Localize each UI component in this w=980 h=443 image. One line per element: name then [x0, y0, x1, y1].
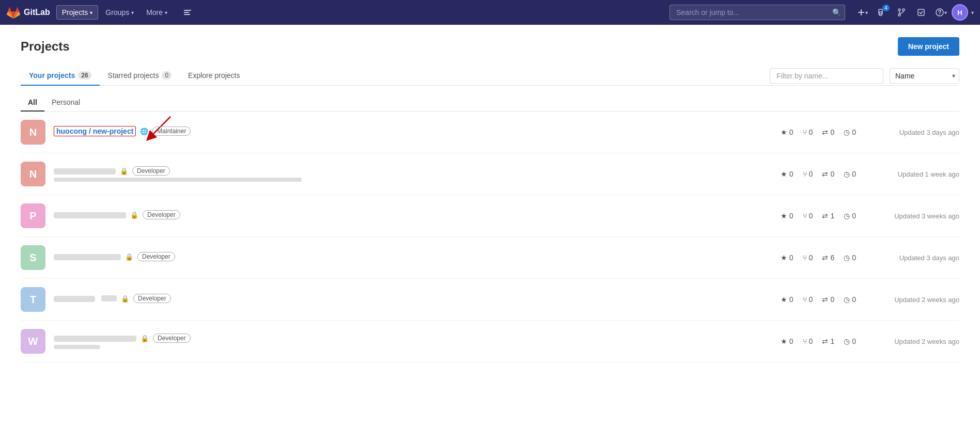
new-item-button[interactable]: ▾	[853, 4, 871, 21]
more-nav-button[interactable]: More ▾	[141, 6, 173, 19]
star-icon: ★	[781, 337, 787, 345]
mrs-stat: ⇄ 0	[822, 128, 834, 136]
updated-time: Updated 3 days ago	[877, 129, 959, 136]
mrs-stat: ⇄6	[822, 254, 834, 262]
mrs-count: 0	[830, 128, 834, 136]
project-name-row: 🔒 Developer	[54, 294, 781, 303]
mrs-stat: ⇄1	[822, 337, 834, 345]
project-name-link[interactable]	[54, 252, 121, 261]
fork-icon: ⑂	[803, 212, 807, 220]
stars-stat: ★0	[781, 337, 794, 345]
stars-count: 0	[789, 128, 794, 136]
todos-button[interactable]	[912, 4, 930, 21]
project-name-link[interactable]	[54, 167, 116, 175]
groups-nav-button[interactable]: Groups ▾	[100, 6, 139, 19]
help-icon	[935, 8, 944, 17]
mrs-stat: ⇄0	[822, 295, 834, 304]
mr-icon: ⇄	[822, 295, 828, 304]
project-avatar: T	[21, 287, 45, 312]
tab-your-projects[interactable]: Your projects 26	[21, 66, 100, 86]
svg-point-8	[903, 9, 905, 11]
forks-stat: ⑂ 0	[803, 128, 813, 136]
issues-icon: ◷	[844, 254, 850, 262]
project-avatar: S	[21, 245, 45, 270]
nav-icons-group: ▾ 4	[853, 4, 974, 21]
fork-icon: ⑂	[803, 295, 807, 304]
project-stats: ★0 ⑂0 ⇄0 ◷0	[781, 170, 856, 178]
issues-stat: ◷ 0	[844, 128, 856, 136]
role-badge: Developer	[143, 210, 180, 219]
filter-by-name-input[interactable]	[770, 68, 883, 84]
svg-point-7	[898, 9, 900, 11]
activity-nav-button[interactable]	[179, 4, 196, 21]
project-stats: ★0 ⑂0 ⇄0 ◷0	[781, 295, 856, 304]
search-icon: 🔍	[832, 8, 841, 17]
gitlab-text: GitLab	[24, 8, 50, 17]
table-row: N 🔒 Developer ★0 ⑂0 ⇄0 ◷0 Updat	[21, 153, 959, 195]
search-container: 🔍	[670, 5, 845, 20]
star-icon: ★	[781, 254, 787, 262]
lock-icon: 🔒	[121, 295, 129, 303]
project-name-link[interactable]	[54, 334, 136, 342]
role-badge: Developer	[137, 252, 175, 261]
project-name-row: 🔒 Developer	[54, 334, 781, 343]
project-name-link[interactable]	[54, 294, 95, 303]
sort-wrapper: Name Last created Oldest created Last up…	[890, 68, 959, 84]
lock-icon: 🔒	[120, 167, 128, 175]
new-project-button[interactable]: New project	[898, 37, 959, 56]
project-stats: ★ 0 ⑂ 0 ⇄ 0 ◷ 0	[781, 128, 856, 136]
tabs-row: Your projects 26 Starred projects 0 Expl…	[21, 66, 959, 86]
updated-time: Updated 1 week ago	[877, 170, 959, 178]
project-info: 🔒 Developer	[54, 166, 781, 182]
forks-stat: ⑂0	[803, 337, 813, 345]
forks-stat: ⑂0	[803, 170, 813, 178]
updated-time: Updated 3 weeks ago	[877, 212, 959, 220]
svg-rect-11	[918, 9, 924, 15]
project-name-link[interactable]: huocong / new-project	[54, 126, 136, 136]
issues-icon: ◷	[844, 212, 850, 220]
project-name-link[interactable]	[54, 211, 126, 219]
updated-time: Updated 3 days ago	[877, 254, 959, 262]
svg-rect-1	[184, 12, 189, 13]
lock-icon: 🔒	[130, 211, 138, 219]
project-stats: ★0 ⑂0 ⇄1 ◷0	[781, 337, 856, 345]
tab-explore-projects[interactable]: Explore projects	[180, 66, 248, 86]
search-input[interactable]	[670, 5, 845, 20]
role-badge: Maintainer	[152, 126, 191, 136]
project-info: 🔒 Developer	[54, 294, 781, 305]
table-row: N huocong / new-project 🌐 Maintainer ★ 0…	[21, 112, 959, 153]
project-info: 🔒 Developer	[54, 210, 781, 222]
gitlab-brand[interactable]: GitLab	[6, 5, 50, 20]
star-icon: ★	[781, 170, 787, 178]
role-badge: Developer	[133, 294, 171, 303]
subtab-all[interactable]: All	[21, 94, 44, 112]
forks-stat: ⑂0	[803, 254, 813, 262]
projects-nav-button[interactable]: Projects ▾	[56, 5, 99, 20]
project-desc	[54, 178, 781, 182]
more-chevron-icon: ▾	[165, 10, 167, 15]
subtab-personal[interactable]: Personal	[44, 94, 87, 112]
merge-requests-button[interactable]	[893, 4, 910, 21]
lock-icon: 🔒	[125, 253, 133, 261]
plus-icon	[857, 8, 865, 17]
project-name-row: 🔒 Developer	[54, 210, 781, 219]
user-avatar[interactable]: H	[952, 4, 968, 21]
notifications-button[interactable]: 4	[873, 4, 891, 21]
forks-stat: ⑂0	[803, 295, 813, 304]
issues-stat: ◷0	[844, 212, 856, 220]
page-title: Projects	[21, 39, 70, 54]
lock-icon: 🔒	[141, 335, 149, 342]
tab-starred-projects[interactable]: Starred projects 0	[100, 66, 180, 86]
notifications-badge: 4	[882, 5, 890, 11]
starred-projects-count: 0	[162, 71, 172, 80]
fork-icon: ⑂	[803, 254, 807, 262]
forks-count: 0	[809, 128, 813, 136]
sort-select[interactable]: Name Last created Oldest created Last up…	[890, 68, 959, 84]
table-row: S 🔒 Developer ★0 ⑂0 ⇄6 ◷0 Updated 3 days…	[21, 237, 959, 279]
tab-filters: Name Last created Oldest created Last up…	[770, 68, 959, 84]
project-avatar: N	[21, 162, 45, 186]
project-avatar: N	[21, 120, 45, 145]
stars-stat: ★0	[781, 295, 794, 304]
issues-icon: ◷	[844, 295, 850, 304]
help-button[interactable]: ▾	[932, 4, 950, 21]
